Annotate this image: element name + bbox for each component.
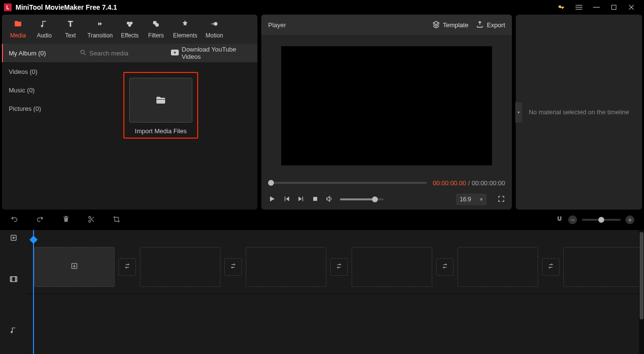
split-button[interactable] bbox=[87, 215, 95, 225]
volume-slider[interactable] bbox=[340, 198, 384, 200]
effects-icon bbox=[125, 19, 134, 31]
youtube-icon bbox=[171, 50, 179, 57]
svg-rect-2 bbox=[576, 9, 582, 10]
edit-toolbar: − + bbox=[0, 210, 644, 230]
tab-text[interactable]: Text bbox=[57, 18, 84, 41]
tab-elements[interactable]: Elements bbox=[169, 18, 201, 41]
redo-button[interactable] bbox=[36, 215, 45, 225]
svg-point-14 bbox=[211, 23, 212, 25]
svg-rect-20 bbox=[10, 277, 17, 282]
timeline bbox=[0, 230, 644, 354]
no-selection-message: No material selected on the timeline bbox=[529, 108, 629, 116]
zoom-slider[interactable] bbox=[582, 219, 621, 221]
svg-line-16 bbox=[84, 53, 86, 55]
fullscreen-button[interactable] bbox=[497, 195, 505, 204]
transition-slot[interactable] bbox=[224, 258, 242, 276]
transition-slot[interactable] bbox=[542, 258, 559, 276]
volume-icon[interactable] bbox=[325, 195, 333, 204]
clip-slot[interactable] bbox=[352, 247, 432, 287]
svg-rect-3 bbox=[593, 7, 600, 7]
tab-motion[interactable]: Motion bbox=[201, 18, 227, 41]
maximize-button[interactable] bbox=[605, 0, 623, 15]
timeline-scrollbar[interactable] bbox=[639, 230, 644, 354]
filters-icon bbox=[152, 19, 160, 31]
minimize-button[interactable] bbox=[588, 0, 605, 15]
export-button[interactable]: Export bbox=[476, 20, 505, 30]
import-media-highlight: Import Media Files bbox=[123, 72, 198, 139]
main-toolbar: Media Audio Text Transition Effects Filt… bbox=[2, 15, 257, 44]
swap-icon bbox=[229, 262, 237, 271]
text-icon bbox=[66, 19, 75, 31]
play-button[interactable] bbox=[268, 195, 276, 204]
video-preview bbox=[281, 46, 492, 165]
tab-audio[interactable]: Audio bbox=[31, 18, 57, 41]
prev-frame-button[interactable] bbox=[283, 195, 290, 204]
tab-filters[interactable]: Filters bbox=[143, 18, 169, 41]
aspect-ratio-select[interactable]: 16:9 ▾ bbox=[456, 194, 487, 205]
sidebar-item-music[interactable]: Music (0) bbox=[2, 81, 75, 99]
import-media-dropzone[interactable] bbox=[129, 78, 192, 123]
time-ruler[interactable] bbox=[27, 230, 644, 246]
svg-point-12 bbox=[214, 22, 218, 26]
audio-track[interactable] bbox=[27, 298, 644, 333]
zoom-in-button[interactable]: + bbox=[626, 215, 634, 224]
hamburger-menu-icon[interactable] bbox=[570, 0, 588, 15]
seek-handle[interactable] bbox=[268, 180, 274, 186]
crop-button[interactable] bbox=[113, 215, 120, 225]
clip-slot[interactable] bbox=[34, 247, 115, 287]
elements-icon bbox=[181, 19, 189, 31]
app-logo: L bbox=[4, 3, 12, 11]
download-youtube-button[interactable]: Download YouTube Videos bbox=[171, 46, 253, 60]
title-bar: L MiniTool MovieMaker Free 7.4.1 bbox=[0, 0, 644, 15]
transition-slot[interactable] bbox=[436, 258, 454, 276]
svg-point-11 bbox=[155, 23, 159, 27]
collapse-handle[interactable] bbox=[515, 102, 522, 123]
chevron-down-icon: ▾ bbox=[480, 196, 483, 203]
clip-slot[interactable] bbox=[140, 247, 220, 287]
search-input[interactable] bbox=[89, 50, 171, 57]
add-track-button[interactable] bbox=[0, 230, 27, 246]
import-media-label: Import Media Files bbox=[129, 127, 192, 135]
transition-slot[interactable] bbox=[119, 258, 136, 276]
clip-slot[interactable] bbox=[563, 247, 644, 287]
audio-track-icon bbox=[0, 313, 27, 348]
close-button[interactable] bbox=[623, 0, 640, 15]
sidebar-item-my-album[interactable]: My Album (0) bbox=[2, 44, 75, 62]
template-button[interactable]: Template bbox=[432, 20, 469, 30]
undo-button[interactable] bbox=[10, 215, 18, 225]
swap-icon bbox=[441, 262, 449, 271]
folder-icon bbox=[14, 19, 22, 31]
tab-transition[interactable]: Transition bbox=[84, 18, 117, 41]
transition-slot[interactable] bbox=[330, 258, 348, 276]
playhead[interactable] bbox=[33, 230, 34, 354]
video-track[interactable] bbox=[27, 246, 644, 294]
player-panel: Player Template Export 00:00:00.00 / 00:… bbox=[261, 15, 512, 210]
next-frame-button[interactable] bbox=[297, 195, 305, 204]
clip-slot[interactable] bbox=[246, 247, 326, 287]
tab-media[interactable]: Media bbox=[5, 18, 31, 41]
volume-handle[interactable] bbox=[372, 196, 378, 202]
svg-rect-18 bbox=[313, 196, 317, 200]
swap-icon bbox=[123, 262, 131, 271]
swap-icon bbox=[547, 262, 555, 271]
download-arrow-icon bbox=[70, 262, 78, 271]
folder-open-icon bbox=[154, 94, 167, 106]
svg-rect-4 bbox=[612, 5, 616, 10]
zoom-out-button[interactable]: − bbox=[568, 215, 577, 224]
magnet-icon[interactable] bbox=[556, 215, 563, 225]
sidebar-item-videos[interactable]: Videos (0) bbox=[2, 62, 75, 81]
svg-point-9 bbox=[128, 24, 131, 27]
time-total: 00:00:00:00 bbox=[472, 179, 505, 187]
media-category-sidebar: My Album (0) Videos (0) Music (0) Pictur… bbox=[2, 44, 75, 210]
media-panel: Media Audio Text Transition Effects Filt… bbox=[2, 15, 257, 210]
license-key-icon[interactable] bbox=[553, 0, 570, 15]
seek-bar[interactable] bbox=[268, 182, 427, 184]
svg-rect-0 bbox=[576, 5, 582, 5]
sidebar-item-pictures[interactable]: Pictures (0) bbox=[2, 99, 75, 118]
tab-effects[interactable]: Effects bbox=[117, 18, 143, 41]
zoom-handle[interactable] bbox=[598, 217, 604, 223]
stop-button[interactable] bbox=[312, 195, 319, 204]
delete-button[interactable] bbox=[62, 215, 70, 225]
template-icon bbox=[432, 20, 440, 30]
clip-slot[interactable] bbox=[458, 247, 538, 287]
